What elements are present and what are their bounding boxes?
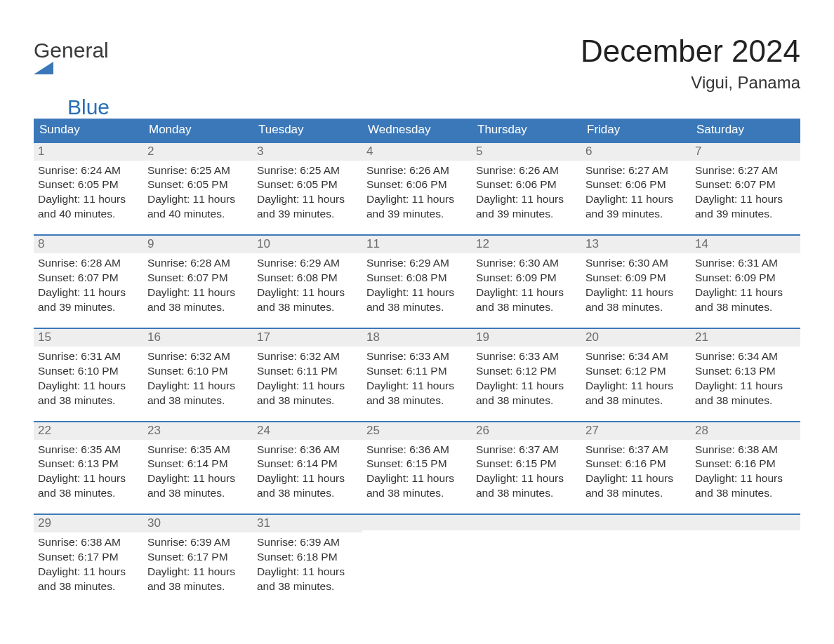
day-number: 28 [691, 422, 800, 440]
daylight-text: Daylight: 11 hours and 38 minutes. [147, 471, 249, 501]
day-number: 25 [362, 422, 472, 440]
calendar-day: 10Sunrise: 6:29 AMSunset: 6:08 PMDayligh… [253, 235, 362, 328]
day-number: 24 [253, 422, 362, 440]
sunrise-text: Sunrise: 6:32 AM [257, 349, 358, 364]
month-title: December 2024 [581, 34, 800, 69]
sunset-text: Sunset: 6:17 PM [38, 550, 139, 565]
day-info: Sunrise: 6:30 AMSunset: 6:09 PMDaylight:… [472, 253, 581, 315]
daylight-text: Daylight: 11 hours and 38 minutes. [257, 471, 358, 501]
day-number: 30 [143, 515, 253, 532]
day-header: Monday [143, 119, 253, 142]
day-info: Sunrise: 6:31 AMSunset: 6:10 PMDaylight:… [34, 347, 143, 408]
daylight-text: Daylight: 11 hours and 38 minutes. [38, 379, 139, 408]
day-number: 13 [581, 236, 691, 253]
daylight-text: Daylight: 11 hours and 38 minutes. [585, 286, 687, 315]
calendar-day: 20Sunrise: 6:34 AMSunset: 6:12 PMDayligh… [581, 328, 691, 422]
day-info: Sunrise: 6:30 AMSunset: 6:09 PMDaylight:… [581, 253, 691, 315]
calendar-day: 12Sunrise: 6:30 AMSunset: 6:09 PMDayligh… [472, 235, 581, 328]
daylight-text: Daylight: 11 hours and 38 minutes. [695, 379, 796, 408]
day-info: Sunrise: 6:28 AMSunset: 6:07 PMDaylight:… [34, 253, 143, 315]
sunset-text: Sunset: 6:07 PM [147, 271, 249, 286]
calendar-day: 27Sunrise: 6:37 AMSunset: 6:16 PMDayligh… [581, 422, 691, 515]
day-info: Sunrise: 6:35 AMSunset: 6:13 PMDaylight:… [34, 440, 143, 502]
daylight-text: Daylight: 11 hours and 39 minutes. [366, 192, 468, 222]
brand-text: General Blue [34, 39, 110, 119]
calendar-header: SundayMondayTuesdayWednesdayThursdayFrid… [34, 119, 800, 142]
calendar-day: 19Sunrise: 6:33 AMSunset: 6:12 PMDayligh… [472, 328, 581, 422]
calendar-day: 29Sunrise: 6:38 AMSunset: 6:17 PMDayligh… [34, 514, 143, 607]
sunset-text: Sunset: 6:17 PM [147, 550, 249, 565]
daylight-text: Daylight: 11 hours and 38 minutes. [695, 286, 796, 315]
day-header: Saturday [691, 119, 800, 142]
daylight-text: Daylight: 11 hours and 38 minutes. [257, 565, 358, 594]
day-info: Sunrise: 6:38 AMSunset: 6:17 PMDaylight:… [34, 532, 143, 594]
sunrise-text: Sunrise: 6:37 AM [585, 443, 687, 457]
daylight-text: Daylight: 11 hours and 38 minutes. [476, 471, 577, 501]
day-info: Sunrise: 6:32 AMSunset: 6:10 PMDaylight:… [143, 347, 253, 408]
daylight-text: Daylight: 11 hours and 38 minutes. [147, 379, 249, 408]
sunset-text: Sunset: 6:09 PM [695, 271, 796, 286]
day-number: 9 [143, 236, 253, 253]
day-info: Sunrise: 6:25 AMSunset: 6:05 PMDaylight:… [143, 161, 253, 222]
sunrise-text: Sunrise: 6:33 AM [476, 349, 577, 364]
daylight-text: Daylight: 11 hours and 38 minutes. [476, 286, 577, 315]
day-info: Sunrise: 6:26 AMSunset: 6:06 PMDaylight:… [472, 161, 581, 222]
daylight-text: Daylight: 11 hours and 38 minutes. [366, 286, 468, 315]
calendar-day: 8Sunrise: 6:28 AMSunset: 6:07 PMDaylight… [34, 235, 143, 328]
sunrise-text: Sunrise: 6:32 AM [147, 349, 249, 364]
day-number: 6 [581, 143, 691, 161]
calendar-day: 11Sunrise: 6:29 AMSunset: 6:08 PMDayligh… [362, 235, 472, 328]
day-info: Sunrise: 6:24 AMSunset: 6:05 PMDaylight:… [34, 161, 143, 222]
calendar-body: 1Sunrise: 6:24 AMSunset: 6:05 PMDaylight… [34, 142, 800, 607]
day-number: 3 [253, 143, 362, 161]
day-info: Sunrise: 6:27 AMSunset: 6:06 PMDaylight:… [581, 161, 691, 222]
daylight-text: Daylight: 11 hours and 39 minutes. [476, 192, 577, 222]
calendar-day: 9Sunrise: 6:28 AMSunset: 6:07 PMDaylight… [143, 235, 253, 328]
sunset-text: Sunset: 6:09 PM [476, 271, 577, 286]
sunrise-text: Sunrise: 6:28 AM [147, 256, 249, 271]
day-info: Sunrise: 6:27 AMSunset: 6:07 PMDaylight:… [691, 161, 800, 222]
sunrise-text: Sunrise: 6:34 AM [585, 349, 687, 364]
calendar-day: 14Sunrise: 6:31 AMSunset: 6:09 PMDayligh… [691, 235, 800, 328]
sunset-text: Sunset: 6:13 PM [38, 457, 139, 471]
sunset-text: Sunset: 6:13 PM [695, 364, 796, 379]
calendar-day: 5Sunrise: 6:26 AMSunset: 6:06 PMDaylight… [472, 142, 581, 236]
brand-line2: Blue [34, 95, 110, 119]
day-info: Sunrise: 6:35 AMSunset: 6:14 PMDaylight:… [143, 440, 253, 502]
day-info: Sunrise: 6:38 AMSunset: 6:16 PMDaylight:… [691, 440, 800, 502]
calendar-day: 13Sunrise: 6:30 AMSunset: 6:09 PMDayligh… [581, 235, 691, 328]
sunset-text: Sunset: 6:06 PM [585, 177, 687, 192]
day-number: 2 [143, 143, 253, 161]
sunset-text: Sunset: 6:14 PM [147, 457, 249, 471]
calendar-day: 28Sunrise: 6:38 AMSunset: 6:16 PMDayligh… [691, 422, 800, 515]
day-number: 18 [362, 329, 472, 347]
sunset-text: Sunset: 6:06 PM [366, 177, 468, 192]
sunrise-text: Sunrise: 6:28 AM [38, 256, 139, 271]
sunset-text: Sunset: 6:07 PM [38, 271, 139, 286]
day-number: 7 [691, 143, 800, 161]
calendar-week: 29Sunrise: 6:38 AMSunset: 6:17 PMDayligh… [34, 514, 800, 607]
sunset-text: Sunset: 6:07 PM [695, 177, 796, 192]
sunset-text: Sunset: 6:18 PM [257, 550, 358, 565]
daylight-text: Daylight: 11 hours and 39 minutes. [695, 192, 796, 222]
day-number: 22 [34, 422, 143, 440]
sunrise-text: Sunrise: 6:34 AM [695, 349, 796, 364]
calendar-day: 2Sunrise: 6:25 AMSunset: 6:05 PMDaylight… [143, 142, 253, 236]
flag-icon [34, 62, 110, 74]
day-info: Sunrise: 6:39 AMSunset: 6:18 PMDaylight:… [253, 532, 362, 594]
location-label: Vigui, Panama [581, 73, 800, 93]
day-number: 21 [691, 329, 800, 347]
empty-day [362, 514, 472, 607]
calendar-day: 22Sunrise: 6:35 AMSunset: 6:13 PMDayligh… [34, 422, 143, 515]
calendar-day: 30Sunrise: 6:39 AMSunset: 6:17 PMDayligh… [143, 514, 253, 607]
sunrise-text: Sunrise: 6:38 AM [695, 443, 796, 457]
sunset-text: Sunset: 6:14 PM [257, 457, 358, 471]
sunset-text: Sunset: 6:15 PM [476, 457, 577, 471]
day-number: 20 [581, 329, 691, 347]
day-number: 12 [472, 236, 581, 253]
calendar-day: 24Sunrise: 6:36 AMSunset: 6:14 PMDayligh… [253, 422, 362, 515]
daylight-text: Daylight: 11 hours and 38 minutes. [366, 471, 468, 501]
calendar-day: 4Sunrise: 6:26 AMSunset: 6:06 PMDaylight… [362, 142, 472, 236]
day-header: Sunday [34, 119, 143, 142]
calendar-week: 22Sunrise: 6:35 AMSunset: 6:13 PMDayligh… [34, 422, 800, 515]
